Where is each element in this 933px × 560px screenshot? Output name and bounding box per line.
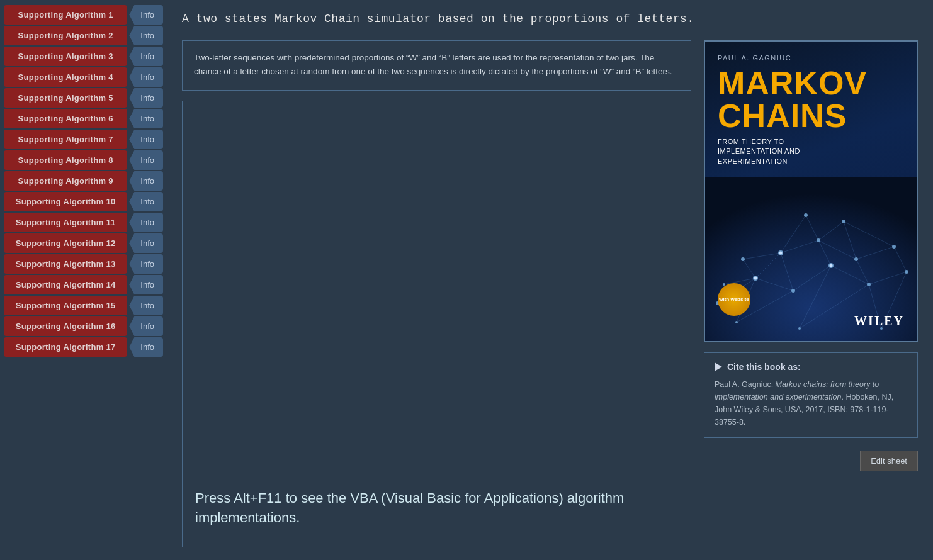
sidebar-row-6: Supporting Algorithm 6Info (4, 109, 163, 128)
algo-button-17[interactable]: Supporting Algorithm 17 (4, 337, 127, 357)
sidebar-row-8: Supporting Algorithm 8Info (4, 150, 163, 170)
sidebar-row-13: Supporting Algorithm 13Info (4, 254, 163, 274)
sidebar-row-7: Supporting Algorithm 7Info (4, 130, 163, 149)
right-panel: PAUL A. GAGNIUC MARKOV CHAINS FROM THEOR… (704, 40, 918, 547)
web-badge-text: with website (719, 296, 749, 303)
sidebar-row-1: Supporting Algorithm 1Info (4, 5, 163, 25)
info-button-13[interactable]: Info (129, 254, 163, 274)
info-button-16[interactable]: Info (129, 316, 163, 336)
info-button-5[interactable]: Info (129, 88, 163, 108)
content-area: Two-letter sequences with predetermined … (182, 40, 918, 547)
cite-header: Cite this book as: (715, 362, 907, 372)
algo-button-13[interactable]: Supporting Algorithm 13 (4, 254, 127, 274)
algo-button-16[interactable]: Supporting Algorithm 16 (4, 316, 127, 336)
info-button-12[interactable]: Info (129, 233, 163, 253)
algo-button-11[interactable]: Supporting Algorithm 11 (4, 213, 127, 232)
svg-point-37 (854, 257, 858, 261)
info-button-8[interactable]: Info (129, 150, 163, 170)
algo-button-15[interactable]: Supporting Algorithm 15 (4, 296, 127, 315)
cite-header-text: Cite this book as: (727, 362, 801, 372)
algo-button-6[interactable]: Supporting Algorithm 6 (4, 109, 127, 128)
sidebar-row-5: Supporting Algorithm 5Info (4, 88, 163, 108)
sidebar-row-4: Supporting Algorithm 4Info (4, 67, 163, 87)
page-title: A two states Markov Chain simulator base… (182, 13, 918, 30)
edit-sheet-button[interactable]: Edit sheet (860, 451, 918, 471)
sidebar-row-14: Supporting Algorithm 14Info (4, 275, 163, 294)
svg-point-44 (804, 213, 808, 217)
info-button-3[interactable]: Info (129, 47, 163, 66)
sidebar-row-16: Supporting Algorithm 16Info (4, 316, 163, 336)
sidebar-row-17: Supporting Algorithm 17Info (4, 337, 163, 357)
vba-prompt-box: Press Alt+F11 to see the VBA (Visual Bas… (182, 101, 691, 547)
svg-point-46 (754, 277, 757, 280)
info-button-17[interactable]: Info (129, 337, 163, 357)
svg-point-43 (741, 257, 745, 261)
svg-point-45 (842, 220, 845, 223)
cite-content: Paul A. Gagniuc. Markov chains: from the… (715, 380, 893, 427)
info-button-6[interactable]: Info (129, 109, 163, 128)
info-button-2[interactable]: Info (129, 26, 163, 45)
algo-button-2[interactable]: Supporting Algorithm 2 (4, 26, 127, 45)
svg-point-36 (817, 238, 820, 242)
sidebar-row-3: Supporting Algorithm 3Info (4, 47, 163, 66)
algo-button-12[interactable]: Supporting Algorithm 12 (4, 233, 127, 253)
svg-point-39 (735, 321, 738, 323)
sidebar-row-10: Supporting Algorithm 10Info (4, 192, 163, 211)
book-author: PAUL A. GAGNIUC (718, 54, 904, 62)
book-title-markov: MARKOV (718, 67, 904, 99)
algo-button-7[interactable]: Supporting Algorithm 7 (4, 130, 127, 149)
sidebar-row-15: Supporting Algorithm 15Info (4, 296, 163, 315)
svg-point-40 (798, 327, 801, 330)
svg-point-47 (830, 264, 833, 267)
sidebar: Supporting Algorithm 1InfoSupporting Alg… (0, 0, 167, 560)
bottom-bar: Edit sheet (704, 448, 918, 471)
cite-text: Paul A. Gagniuc. Markov chains: from the… (715, 378, 907, 428)
left-panel: Two-letter sequences with predetermined … (182, 40, 691, 547)
play-icon (715, 362, 722, 371)
info-button-1[interactable]: Info (129, 5, 163, 25)
info-button-4[interactable]: Info (129, 67, 163, 87)
book-subtitle: FROM THEORY TO IMPLEMENTATION AND EXPERI… (718, 137, 844, 166)
cite-box: Cite this book as: Paul A. Gagniuc. Mark… (704, 352, 918, 438)
algo-button-8[interactable]: Supporting Algorithm 8 (4, 150, 127, 170)
svg-point-48 (779, 252, 783, 255)
info-button-7[interactable]: Info (129, 130, 163, 149)
algo-button-4[interactable]: Supporting Algorithm 4 (4, 67, 127, 87)
svg-point-31 (791, 289, 795, 293)
algo-button-5[interactable]: Supporting Algorithm 5 (4, 88, 127, 108)
info-button-14[interactable]: Info (129, 275, 163, 294)
info-button-9[interactable]: Info (129, 171, 163, 191)
algo-button-1[interactable]: Supporting Algorithm 1 (4, 5, 127, 25)
book-title-chains: CHAINS (718, 99, 904, 132)
svg-point-33 (867, 283, 871, 286)
vba-prompt-text: Press Alt+F11 to see the VBA (Visual Bas… (195, 489, 678, 528)
wiley-logo: WILEY (854, 314, 904, 328)
algo-button-14[interactable]: Supporting Algorithm 14 (4, 275, 127, 294)
info-button-10[interactable]: Info (129, 192, 163, 211)
description-text: Two-letter sequences with predetermined … (194, 53, 672, 76)
algo-button-9[interactable]: Supporting Algorithm 9 (4, 171, 127, 191)
sidebar-row-11: Supporting Algorithm 11Info (4, 213, 163, 232)
sidebar-row-9: Supporting Algorithm 9Info (4, 171, 163, 191)
web-badge: with website (718, 283, 750, 316)
algo-button-3[interactable]: Supporting Algorithm 3 (4, 47, 127, 66)
sidebar-row-12: Supporting Algorithm 12Info (4, 233, 163, 253)
description-box: Two-letter sequences with predetermined … (182, 40, 691, 91)
main-content: A two states Markov Chain simulator base… (167, 0, 933, 560)
sidebar-row-2: Supporting Algorithm 2Info (4, 26, 163, 45)
info-button-11[interactable]: Info (129, 213, 163, 232)
svg-point-34 (905, 270, 908, 274)
book-cover: PAUL A. GAGNIUC MARKOV CHAINS FROM THEOR… (704, 40, 918, 342)
svg-point-38 (892, 245, 896, 249)
algo-button-10[interactable]: Supporting Algorithm 10 (4, 192, 127, 211)
info-button-15[interactable]: Info (129, 296, 163, 315)
